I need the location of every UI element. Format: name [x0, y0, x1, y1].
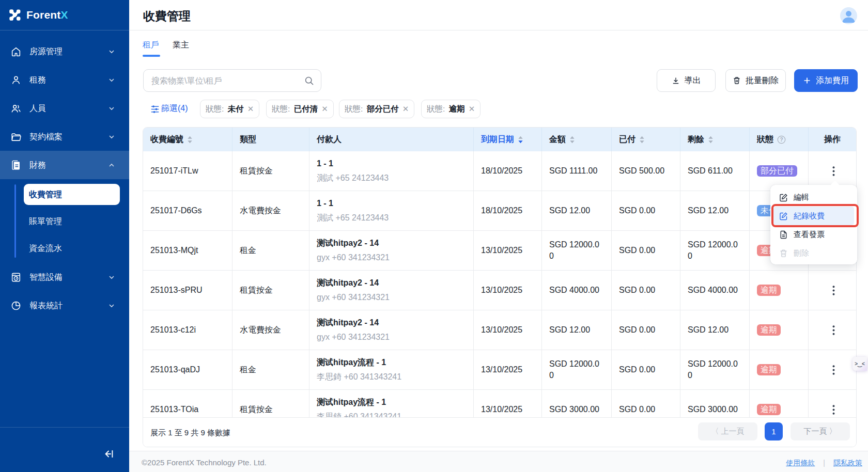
svg-text:?: ? — [780, 137, 783, 143]
